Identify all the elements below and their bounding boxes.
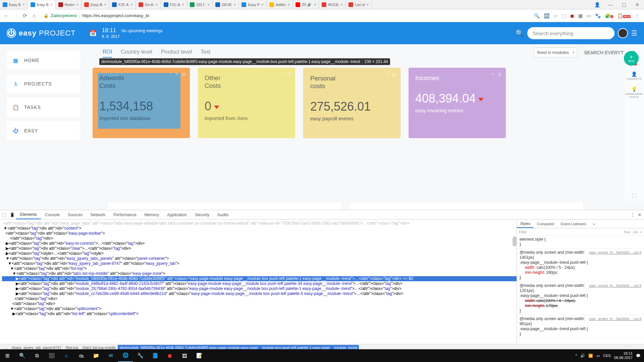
- task-view-icon[interactable]: ⧉: [30, 349, 44, 362]
- extension-icon[interactable]: 🧩1: [605, 13, 613, 18]
- taskbar-app[interactable]: e: [59, 349, 74, 362]
- close-icon[interactable]: ×: [367, 2, 369, 7]
- tab-test[interactable]: Test: [201, 49, 210, 58]
- hov-toggle[interactable]: :hov: [623, 230, 630, 234]
- browser-tab[interactable]: On th×: [136, 0, 161, 9]
- expand-icon[interactable]: ⛶: [632, 193, 637, 198]
- devtools-tab-application[interactable]: Application: [163, 210, 191, 219]
- back-icon[interactable]: ←: [3, 13, 9, 18]
- listeners-tab[interactable]: Event Listeners: [557, 220, 590, 228]
- close-icon[interactable]: ×: [76, 2, 78, 7]
- search-icon[interactable]: 🔍: [15, 349, 30, 362]
- css-rule[interactable]: easy_project_th…5eb3d3d….css:9@media onl…: [517, 249, 644, 282]
- close-icon[interactable]: ×: [104, 2, 106, 7]
- start-button[interactable]: ⊞: [0, 349, 15, 362]
- card-other[interactable]: ⋮✎🗑 OtherCosts 0 imported from Xero: [198, 68, 295, 138]
- taskbar-app[interactable]: 🌐: [118, 349, 133, 362]
- calendar-icon[interactable]: 📅: [89, 29, 97, 37]
- dom-node-line[interactable]: ▶<attr">class="tag">div attr">id="module…: [2, 281, 517, 286]
- dom-node-line[interactable]: ▶<attr">class="tag">div attr">id="module…: [2, 291, 517, 296]
- extension-icon[interactable]: 📋NEW: [617, 13, 631, 18]
- breadcrumb-item[interactable]: #list-top: [63, 346, 80, 350]
- taskbar-app[interactable]: 📘: [148, 349, 162, 362]
- more-tabs[interactable]: »: [590, 220, 598, 228]
- breadcrumb-item[interactable]: …: [2, 346, 10, 350]
- dom-node-line[interactable]: ▶<attr">class="tag">div attr">class="cle…: [2, 246, 517, 251]
- browser-tab[interactable]: Easy P×: [239, 0, 267, 9]
- close-icon[interactable]: ×: [233, 2, 236, 7]
- browser-tab[interactable]: AdWo×: [267, 0, 293, 9]
- dom-node-line[interactable]: <attr">class="tag">div attr">class="easy…: [2, 231, 517, 236]
- tab-country[interactable]: Country level: [121, 49, 152, 58]
- taskbar-app[interactable]: 🔧: [133, 349, 148, 362]
- network-icon[interactable]: 📶: [588, 354, 593, 358]
- volume-icon[interactable]: 🔊: [580, 354, 585, 358]
- minimize-icon[interactable]: —: [604, 2, 617, 7]
- delete-icon[interactable]: 🗑: [287, 72, 291, 77]
- dom-node-line[interactable]: ▶<attr">class="tag">div attr">id="easy-b…: [2, 241, 517, 246]
- new-button[interactable]: +NEW: [624, 51, 639, 66]
- extension-icon[interactable]: ▭: [587, 13, 591, 18]
- taskbar-app[interactable]: 📝: [192, 349, 207, 362]
- devtools-tab-network[interactable]: Network: [87, 210, 109, 219]
- browser-tab[interactable]: Easy B×: [28, 1, 56, 9]
- logo[interactable]: ⏻ easy PROJECT: [7, 28, 76, 38]
- styles-filter-input[interactable]: Filter: [519, 230, 527, 234]
- contacts-button[interactable]: 👤CONTACTS: [627, 71, 641, 80]
- drag-icon[interactable]: ⋮: [273, 72, 278, 77]
- translate-icon[interactable]: 🔤: [544, 13, 549, 18]
- dom-node-line[interactable]: ▼<attr">class="tag">div attr">id="easy_j…: [2, 261, 517, 266]
- sidebar-item-tasks[interactable]: 📋TASKS: [7, 98, 80, 117]
- browser-tab[interactable]: 2017-×: [187, 0, 213, 9]
- dom-node-line[interactable]: ▼<attr">class="tag">div attr">id="easy_j…: [2, 256, 517, 261]
- dom-node-line[interactable]: ▶<attr">class="tag">div attr">id="module…: [2, 286, 517, 291]
- dom-node-line[interactable]: ▶<attr">class="tag">div attr">id="module…: [2, 276, 517, 281]
- css-rule[interactable]: easy_project_th…5eb3d3d….css:9@media onl…: [517, 282, 644, 315]
- css-rule[interactable]: element.style {}: [517, 236, 644, 249]
- taskbar-app[interactable]: 📁: [89, 349, 103, 362]
- edit-icon[interactable]: ✎: [385, 72, 389, 77]
- cls-toggle[interactable]: .cls: [632, 230, 638, 234]
- card-adwords[interactable]: ⋮✎🗑 AdwordsCosts 1,534,158 imported into…: [93, 68, 190, 138]
- devtools-tab-sources[interactable]: Sources: [64, 210, 87, 219]
- close-icon[interactable]: ×: [340, 2, 343, 7]
- devtools-tab-memory[interactable]: Memory: [141, 210, 163, 219]
- dom-node-line[interactable]: <attr">class="tag">div attr">id="easy_pa…: [2, 221, 517, 226]
- search-icon[interactable]: 🔍: [516, 29, 524, 37]
- close-icon[interactable]: ×: [261, 2, 264, 7]
- star-icon[interactable]: ☆: [553, 13, 558, 18]
- browser-tab[interactable]: List of×: [346, 0, 372, 9]
- browser-tab[interactable]: Easy B×: [82, 0, 109, 9]
- elements-pane[interactable]: <attr">class="tag">div attr">id="easy_pa…: [0, 220, 517, 344]
- drag-icon[interactable]: ⋮: [484, 72, 488, 77]
- inspect-icon[interactable]: ⬚: [0, 212, 8, 218]
- dom-node-line[interactable]: ▼<attr">class="tag">div attr">id="tab1-l…: [2, 271, 517, 276]
- edit-icon[interactable]: ✎: [491, 72, 495, 77]
- tray-icon[interactable]: ▭: [596, 354, 600, 358]
- dom-node-line[interactable]: </attr">class="tag">div>: [2, 301, 517, 306]
- devtools-tab-elements[interactable]: Elements: [16, 210, 41, 219]
- browser-tab[interactable]: Easy B×: [0, 0, 28, 9]
- browser-tab[interactable]: Redm×: [56, 0, 82, 9]
- sidebar-item-easy[interactable]: ⏻EASY›: [7, 121, 80, 140]
- tab-roi[interactable]: ROI: [103, 49, 112, 58]
- delete-icon[interactable]: 🗑: [392, 72, 396, 77]
- maximize-icon[interactable]: ▢: [617, 2, 631, 7]
- close-icon[interactable]: ×: [314, 2, 316, 7]
- dom-node-line[interactable]: ▶<attr">class="tag">style>…</attr">class…: [2, 251, 517, 256]
- extension-icon[interactable]: ▦: [578, 13, 583, 18]
- close-icon[interactable]: ×: [22, 2, 25, 7]
- knowledge-button[interactable]: 💡KNOWLEDGE POSTS: [624, 86, 644, 99]
- delete-icon[interactable]: 🗑: [497, 72, 502, 77]
- url-input[interactable]: 🔒 Zabezpečeno | https://es.easyproject.c…: [40, 13, 531, 18]
- add-rule-icon[interactable]: +: [640, 230, 642, 234]
- devtools-close-icon[interactable]: ✕: [638, 213, 641, 217]
- devtools-menu-icon[interactable]: ⋮: [631, 213, 635, 217]
- taskbar-clock[interactable]: 18:1108.08.2017: [614, 351, 633, 360]
- dom-node-line[interactable]: </attr">class="tag">div>: [2, 236, 517, 241]
- dom-node-line[interactable]: ▼<attr">class="tag">div attr">id="conten…: [2, 226, 517, 231]
- drag-icon[interactable]: ⋮: [378, 72, 383, 77]
- card-personal[interactable]: ⋮✎🗑 Personalcosts 275,526.01 easy payrol…: [303, 68, 400, 138]
- close-icon[interactable]: ×: [130, 2, 133, 7]
- breadcrumb-item[interactable]: #tab1-list-top-middle: [80, 346, 118, 350]
